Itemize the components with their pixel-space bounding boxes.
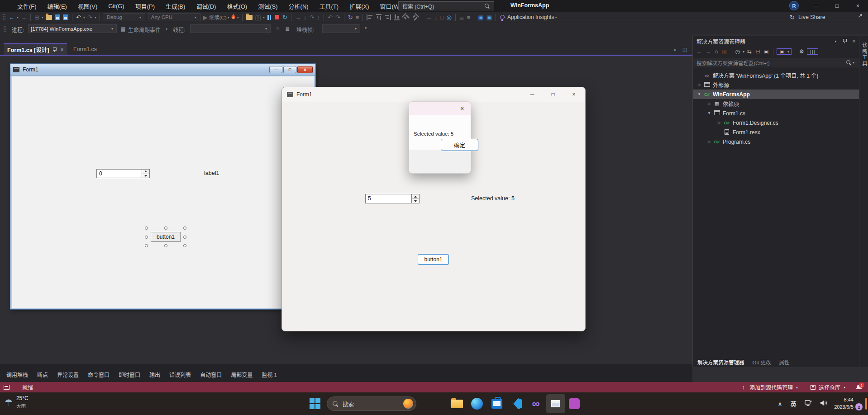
explorer-forward-icon[interactable]: → [704, 49, 713, 54]
window-maximize-button[interactable]: □ [827, 0, 847, 12]
menu-item-format[interactable]: 格式(O) [221, 0, 253, 12]
open-file-icon[interactable] [46, 15, 52, 20]
show-next-statement-icon[interactable]: → [294, 14, 302, 20]
tree-item-dependencies[interactable]: ▷ ▦ 依赖项 [693, 99, 859, 108]
send-to-back-icon[interactable]: ▣ [485, 14, 493, 20]
menu-item-git[interactable]: Git(G) [103, 0, 129, 12]
tab-solution-explorer[interactable]: 解决方案资源管理器 [697, 358, 744, 366]
menu-item-project[interactable]: 项目(P) [130, 0, 160, 12]
tab-call-stack[interactable]: 调用堆栈 [3, 370, 32, 379]
tab-form1-code[interactable]: Form1.cs [69, 43, 101, 55]
undo-dropdown[interactable]: ▾ [82, 15, 86, 19]
add-to-source-control-button[interactable]: 添加到源代码管理 [749, 383, 793, 391]
tab-output[interactable]: 输出 [146, 370, 164, 379]
new-project-icon[interactable]: ⊞ [33, 14, 41, 20]
search-options-dropdown[interactable]: ▾ [852, 61, 855, 65]
selection-handle[interactable] [183, 244, 186, 247]
save-all-icon[interactable] [63, 14, 68, 20]
quick-search-input[interactable]: 搜索 (Ctrl+Q) [398, 1, 494, 10]
volume-icon[interactable] [820, 400, 827, 407]
save-icon[interactable] [55, 14, 60, 20]
message-box-ok-button[interactable]: 确定 [441, 139, 478, 151]
tab-diagnostic-tools[interactable]: 诊断工具 [861, 42, 868, 67]
preview-window-dropdown[interactable]: ▾ [262, 15, 266, 19]
align-middles-icon[interactable] [411, 13, 419, 21]
ime-indicator[interactable]: 英 [790, 399, 796, 408]
menu-item-tools[interactable]: 工具(T) [314, 0, 344, 12]
explorer-home-icon[interactable]: ⌂ [713, 49, 720, 54]
solution-platform-select[interactable]: Any CPU▾ [148, 13, 200, 21]
designer-window[interactable]: Form1 ─ □ × 0 label1 button1 [10, 63, 316, 310]
step-out-icon[interactable]: ↑ [315, 14, 321, 20]
stack-icon-2[interactable]: ≣ [285, 26, 290, 32]
track-active-item-toggle[interactable]: ▣▾ [777, 48, 792, 55]
stop-debugging-icon[interactable] [275, 15, 279, 19]
taskbar-vscode-icon[interactable] [510, 396, 524, 411]
taskbar-file-explorer-icon[interactable] [450, 396, 464, 411]
step-over-icon[interactable]: ↷ [308, 14, 316, 20]
running-numericupdown[interactable]: 5 [365, 194, 420, 203]
explorer-back-icon[interactable]: ← [695, 49, 704, 54]
collapse-arrow-icon[interactable]: ▷ [715, 121, 723, 125]
spin-up-button[interactable] [142, 170, 149, 174]
redo-nav-icon[interactable]: ↷ [334, 14, 342, 20]
account-avatar[interactable]: R [789, 1, 799, 10]
select-repository-button[interactable]: 选择仓库 [819, 383, 840, 391]
tab-command-window[interactable]: 命令窗口 [84, 370, 113, 379]
tab-locals[interactable]: 局部变量 [227, 370, 256, 379]
restart-icon[interactable]: ↻ [281, 14, 289, 20]
bing-icon[interactable] [403, 399, 413, 409]
solution-configuration-select[interactable]: Debug▾ [104, 13, 145, 21]
debugbar-grip[interactable] [3, 25, 7, 33]
lifecycle-events-button[interactable]: 生命周期事件 [128, 26, 161, 33]
selection-handle[interactable] [145, 226, 148, 230]
running-form-close-button[interactable]: × [563, 87, 584, 102]
start-button[interactable] [310, 398, 320, 409]
redo-icon[interactable]: ↷ [86, 14, 94, 20]
designer-form-minimize-button[interactable]: ─ [269, 66, 282, 73]
selection-handle[interactable] [145, 236, 148, 239]
designer-button1[interactable]: button1 [151, 232, 181, 242]
make-same-size-icon[interactable]: □ [439, 14, 445, 20]
repository-dropdown-icon[interactable]: ▴ [844, 385, 845, 389]
intellitrace-icon[interactable]: ↻ [347, 14, 354, 20]
menu-item-build[interactable]: 生成(B) [160, 0, 191, 12]
menu-item-file[interactable]: 文件(F) [12, 0, 42, 12]
window-minimize-button[interactable]: ─ [806, 0, 826, 12]
new-project-dropdown[interactable]: ▾ [41, 15, 44, 19]
message-box[interactable]: × Selected value: 5 确定 [409, 101, 471, 174]
make-same-height-icon[interactable]: ↕ [433, 14, 439, 20]
menu-item-view[interactable]: 视图(V) [72, 0, 103, 12]
source-control-dropdown-icon[interactable]: ▴ [796, 385, 798, 389]
tree-item-solution[interactable]: ∞ 解决方案 'WinFormsApp' (1 个项目, 共 1 个) [693, 71, 859, 80]
tab-git-changes[interactable]: Git 更改 [753, 358, 771, 366]
feedback-icon[interactable]: ↗ [856, 13, 864, 19]
menu-item-edit[interactable]: 编辑(E) [42, 0, 72, 12]
navigate-back-icon[interactable]: ← [7, 14, 16, 20]
tree-item-form1-resx[interactable]: Form1.resx [693, 127, 859, 137]
spin-up-button[interactable] [412, 194, 419, 199]
tree-item-form1-cs[interactable]: ▼ Form1.cs [693, 108, 859, 118]
continue-label[interactable]: 继续(C) [209, 14, 227, 21]
expand-arrow-icon[interactable]: ▼ [696, 92, 703, 96]
tree-item-program-cs[interactable]: ▷ C# Program.cs [693, 137, 859, 146]
make-same-width-icon[interactable]: ↔ [424, 14, 433, 20]
preview-window-icon[interactable]: ◫ [254, 14, 262, 20]
pin-icon[interactable] [52, 47, 57, 52]
message-box-close-button[interactable]: × [457, 104, 467, 113]
application-insights-icon[interactable] [500, 15, 505, 19]
designer-form-maximize-button[interactable]: □ [283, 66, 296, 73]
continue-icon[interactable]: ▶ [202, 14, 209, 20]
switch-views-icon[interactable]: ◫ [720, 49, 728, 54]
show-all-files-icon[interactable]: ▣ [762, 49, 770, 54]
tab-properties[interactable]: 属性 [779, 358, 789, 366]
menu-item-test[interactable]: 测试(S) [253, 0, 283, 12]
taskbar-edge-icon[interactable] [470, 396, 484, 411]
tab-close-icon[interactable]: × [60, 47, 63, 53]
designer-label1[interactable]: label1 [204, 170, 219, 176]
tab-form1-designer[interactable]: Form1.cs [设计] × [4, 43, 67, 55]
designer-form-titlebar[interactable]: Form1 ─ □ × [10, 64, 315, 76]
live-share-button[interactable]: ↻ Live Share [788, 12, 825, 23]
tree-item-form1-designer-cs[interactable]: ▷ C# Form1.Designer.cs [693, 118, 859, 127]
tab-breakpoints[interactable]: 断点 [33, 370, 52, 379]
